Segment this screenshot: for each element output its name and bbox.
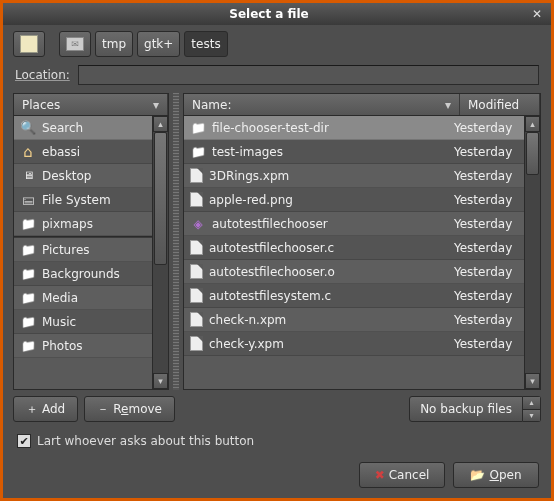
- titlebar: Select a file ✕: [3, 3, 551, 25]
- file-name: test-images: [212, 145, 283, 159]
- file-icon: [190, 192, 203, 207]
- file-row[interactable]: test-imagesYesterday: [184, 140, 540, 164]
- location-input[interactable]: [78, 65, 539, 85]
- file-name: autotestfilechooser.o: [209, 265, 335, 279]
- file-modified: Yesterday: [454, 289, 522, 303]
- file-row[interactable]: file-chooser-test-dirYesterday: [184, 116, 540, 140]
- folder-icon: [190, 120, 206, 136]
- cancel-button[interactable]: ✖Cancel: [359, 462, 445, 488]
- scroll-up-icon[interactable]: ▴: [153, 116, 168, 132]
- bookmark-item[interactable]: Pictures: [14, 238, 168, 262]
- lart-checkbox[interactable]: ✔: [17, 434, 31, 448]
- file-name: file-chooser-test-dir: [212, 121, 329, 135]
- drive-icon: [20, 192, 36, 208]
- bookmark-item[interactable]: Music: [14, 310, 168, 334]
- places-item[interactable]: ebassi: [14, 140, 168, 164]
- file-name: apple-red.png: [209, 193, 293, 207]
- location-row: Location:: [3, 63, 551, 93]
- folder-icon: [20, 338, 36, 354]
- places-item-label: pixmaps: [42, 217, 93, 231]
- file-modified: Yesterday: [454, 121, 522, 135]
- file-row[interactable]: check-n.xpmYesterday: [184, 308, 540, 332]
- file-modified: Yesterday: [454, 265, 522, 279]
- scroll-up-icon[interactable]: ▴: [525, 116, 540, 132]
- places-scrollbar[interactable]: ▴ ▾: [152, 116, 168, 389]
- file-modified: Yesterday: [454, 313, 522, 327]
- file-modified: Yesterday: [454, 241, 522, 255]
- files-scrollbar[interactable]: ▴ ▾: [524, 116, 540, 389]
- lart-checkbox-label[interactable]: Lart whoever asks about this button: [37, 434, 254, 448]
- window-title: Select a file: [9, 7, 529, 21]
- file-icon: [190, 264, 203, 279]
- file-row[interactable]: apple-red.pngYesterday: [184, 188, 540, 212]
- file-row[interactable]: autotestfilechooserYesterday: [184, 212, 540, 236]
- places-header[interactable]: Places▾: [14, 94, 168, 115]
- places-item[interactable]: Search: [14, 116, 168, 140]
- column-modified[interactable]: Modified: [460, 94, 540, 115]
- file-row[interactable]: autotestfilechooser.cYesterday: [184, 236, 540, 260]
- location-label: Location:: [15, 68, 70, 82]
- file-list-panel: Name:▾ Modified file-chooser-test-dirYes…: [183, 93, 541, 390]
- places-item-label: ebassi: [42, 145, 80, 159]
- bookmark-item-label: Pictures: [42, 243, 90, 257]
- folder-icon: [20, 314, 36, 330]
- scroll-down-icon[interactable]: ▾: [525, 373, 540, 389]
- close-icon[interactable]: ✕: [529, 6, 545, 22]
- file-name: check-y.xpm: [209, 337, 284, 351]
- places-panel: Places▾ SearchebassiDesktopFile Systempi…: [13, 93, 169, 390]
- scroll-thumb[interactable]: [526, 132, 539, 175]
- file-row[interactable]: 3DRings.xpmYesterday: [184, 164, 540, 188]
- places-item[interactable]: Desktop: [14, 164, 168, 188]
- path-up-button[interactable]: ✉: [59, 31, 91, 57]
- breadcrumb-tmp[interactable]: tmp: [95, 31, 133, 57]
- file-name: 3DRings.xpm: [209, 169, 289, 183]
- bookmark-item[interactable]: Media: [14, 286, 168, 310]
- chevron-up-icon: ▴: [523, 397, 540, 410]
- file-row[interactable]: autotestfilechooser.oYesterday: [184, 260, 540, 284]
- remove-button[interactable]: －Remove: [84, 396, 175, 422]
- bookmark-item-label: Backgrounds: [42, 267, 120, 281]
- open-icon: [470, 468, 485, 482]
- file-modified: Yesterday: [454, 169, 522, 183]
- envelope-icon: ✉: [66, 37, 84, 51]
- scroll-thumb[interactable]: [154, 132, 167, 265]
- chevron-down-icon: ▾: [523, 410, 540, 422]
- places-item[interactable]: pixmaps: [14, 212, 168, 236]
- breadcrumb-gtk[interactable]: gtk+: [137, 31, 180, 57]
- file-modified: Yesterday: [454, 145, 522, 159]
- file-name: autotestfilechooser: [212, 217, 328, 231]
- home-icon: [20, 144, 36, 160]
- file-modified: Yesterday: [454, 217, 522, 231]
- scroll-down-icon[interactable]: ▾: [153, 373, 168, 389]
- pane-resize-handle[interactable]: [173, 93, 179, 390]
- folder-icon: [20, 216, 36, 232]
- filter-select[interactable]: No backup files ▴▾: [409, 396, 541, 422]
- sort-indicator-icon: ▾: [445, 98, 451, 112]
- folder-icon: [20, 242, 36, 258]
- file-icon: [190, 336, 203, 351]
- file-row[interactable]: check-y.xpmYesterday: [184, 332, 540, 356]
- column-name[interactable]: Name:▾: [184, 94, 460, 115]
- minus-icon: －: [97, 401, 109, 418]
- desktop-icon: [20, 168, 36, 184]
- folder-icon: [20, 266, 36, 282]
- file-icon: [190, 288, 203, 303]
- folder-icon: [20, 290, 36, 306]
- places-item-label: File System: [42, 193, 111, 207]
- path-toolbar: ✉ tmp gtk+ tests: [3, 25, 551, 63]
- places-item[interactable]: File System: [14, 188, 168, 212]
- file-modified: Yesterday: [454, 193, 522, 207]
- places-item-label: Desktop: [42, 169, 92, 183]
- add-button[interactable]: ＋Add: [13, 396, 78, 422]
- breadcrumb-tests[interactable]: tests: [184, 31, 227, 57]
- file-row[interactable]: autotestfilesystem.cYesterday: [184, 284, 540, 308]
- bookmark-item[interactable]: Photos: [14, 334, 168, 358]
- open-button[interactable]: Open: [453, 462, 539, 488]
- file-icon: [190, 240, 203, 255]
- edit-path-button[interactable]: [13, 31, 45, 57]
- file-name: autotestfilesystem.c: [209, 289, 331, 303]
- bookmark-item[interactable]: Backgrounds: [14, 262, 168, 286]
- plus-icon: ＋: [26, 401, 38, 418]
- file-name: check-n.xpm: [209, 313, 286, 327]
- document-icon: [20, 35, 38, 53]
